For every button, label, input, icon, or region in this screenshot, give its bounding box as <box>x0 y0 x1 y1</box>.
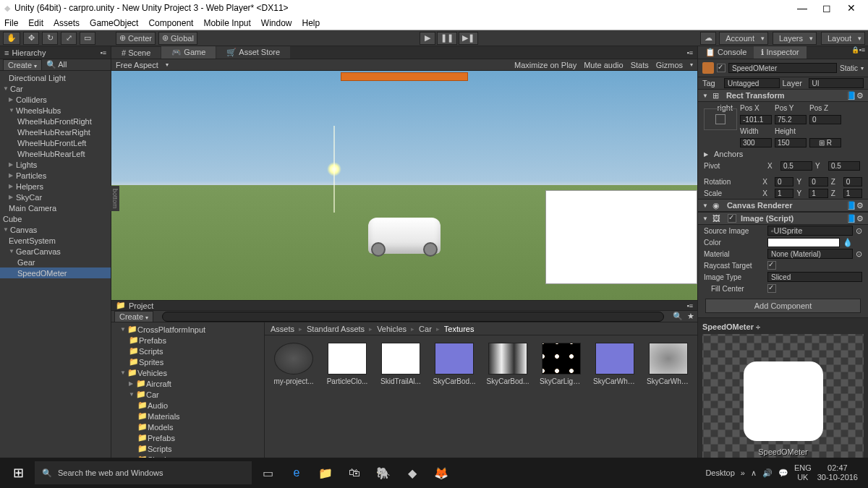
folder-item[interactable]: 📁 Audio <box>111 400 264 411</box>
layers-dropdown[interactable]: Layers <box>773 32 817 45</box>
folder-item[interactable]: 📁 Scripts <box>111 443 264 454</box>
hierarchy-item[interactable]: WheelHubFrontRight <box>0 116 111 127</box>
asset-item[interactable]: my-project... <box>272 343 315 385</box>
source-image-field[interactable]: ▫ UISprite <box>767 226 853 236</box>
maximize-button[interactable]: ◻ <box>814 2 839 14</box>
tray-overflow-icon[interactable]: » <box>741 468 745 477</box>
inspector-menu-icon[interactable]: 🔒▪≡ <box>848 46 868 59</box>
menu-window[interactable]: Window <box>261 18 292 28</box>
asset-item[interactable]: ParticleClo... <box>326 343 369 385</box>
maximize-on-play[interactable]: Maximize on Play <box>514 61 576 69</box>
menu-component[interactable]: Component <box>148 18 193 28</box>
hierarchy-tree[interactable]: Directional Light ▼Car ▶Colliders ▼Wheel… <box>0 71 111 472</box>
favorite-filter-icon[interactable]: ★ <box>687 312 694 321</box>
color-field[interactable] <box>767 238 840 247</box>
raycast-checkbox[interactable] <box>767 261 776 270</box>
component-menu-icon[interactable]: 📘⚙ <box>846 214 864 223</box>
hierarchy-search[interactable]: 🔍 All <box>46 60 108 69</box>
blueprint-button[interactable]: ⊞ R <box>809 138 841 147</box>
minimize-button[interactable]: — <box>790 2 814 14</box>
asset-item[interactable]: SkidTrailAl... <box>379 343 422 385</box>
pivot-y-field[interactable]: 0.5 <box>828 161 860 171</box>
hierarchy-item[interactable]: Cube <box>0 213 111 224</box>
layout-dropdown[interactable]: Layout <box>821 32 865 45</box>
pause-button[interactable]: ❚❚ <box>437 32 457 45</box>
volume-icon[interactable]: 🔊 <box>762 468 773 478</box>
taskbar-search[interactable]: 🔍 Search the web and Windows <box>35 461 252 484</box>
play-button[interactable]: ▶ <box>420 32 435 45</box>
hierarchy-item-selected[interactable]: SpeedOMeter <box>0 267 111 278</box>
evernote-icon[interactable]: 🐘 <box>370 461 396 484</box>
hierarchy-item[interactable]: WheelHubFrontLeft <box>0 137 111 148</box>
folder-item[interactable]: 📁 Models <box>111 421 264 432</box>
pivot-x-field[interactable]: 0.5 <box>780 161 812 171</box>
tag-dropdown[interactable]: Untagged <box>724 78 780 88</box>
pivot-mode-button[interactable]: ⊕Center <box>116 32 156 45</box>
hierarchy-item[interactable]: ▶Helpers <box>0 181 111 192</box>
folder-item[interactable]: 📁 Scripts <box>111 346 264 356</box>
hierarchy-item[interactable]: ▼Car <box>0 83 111 94</box>
hierarchy-item[interactable]: ▼WheelsHubs <box>0 105 111 116</box>
store-icon[interactable]: 🛍 <box>341 461 367 484</box>
folder-item[interactable]: ▼📁 Car <box>111 389 264 400</box>
tab-asset-store[interactable]: 🛒Asset Store <box>216 46 290 59</box>
image-header[interactable]: ▼🖼Image (Script)📘⚙ <box>698 212 868 225</box>
project-menu-icon[interactable]: ▪≡ <box>687 302 693 309</box>
folder-item[interactable]: ▼📁 Vehicles <box>111 367 264 378</box>
menu-help[interactable]: Help <box>302 18 320 28</box>
tab-scene[interactable]: #Scene <box>111 47 161 59</box>
asset-item[interactable]: SkyCarWhe... <box>593 343 637 385</box>
stats-button[interactable]: Stats <box>631 61 649 69</box>
folder-item[interactable]: 📁 Materials <box>111 411 264 421</box>
height-field[interactable]: 150 <box>775 138 807 147</box>
hierarchy-item[interactable]: Directional Light <box>0 72 111 83</box>
folder-item[interactable]: 📁 Prefabs <box>111 432 264 443</box>
posx-field[interactable]: -101.1 <box>740 115 772 124</box>
tab-game[interactable]: 🎮Game <box>161 46 216 59</box>
posy-field[interactable]: 75.2 <box>775 115 807 124</box>
rot-x[interactable]: 0 <box>775 177 793 187</box>
fill-center-checkbox[interactable] <box>767 284 776 293</box>
system-tray[interactable]: Desktop » ∧ 🔊 💬 ENGUK 02:4730-10-2016 <box>699 463 864 482</box>
static-label[interactable]: Static <box>840 64 858 72</box>
tab-inspector[interactable]: ℹ Inspector <box>754 46 806 59</box>
add-component-button[interactable]: Add Component <box>705 299 861 313</box>
folder-item[interactable]: ▼📁 CrossPlatformInput <box>111 324 264 335</box>
tab-console[interactable]: 📋 Console <box>698 46 754 59</box>
crumb[interactable]: Car <box>419 325 432 333</box>
game-view[interactable]: bottom <box>111 71 697 300</box>
hand-tool[interactable]: ✋ <box>3 32 20 45</box>
hierarchy-item[interactable]: EventSystem <box>0 235 111 246</box>
asset-item[interactable]: SkyCarBod... <box>433 343 476 385</box>
task-view-icon[interactable]: ▭ <box>255 461 281 484</box>
hierarchy-item[interactable]: Main Camera <box>0 202 111 213</box>
hierarchy-item[interactable]: ▶SkyCar <box>0 192 111 202</box>
folder-item[interactable]: 📁 Sprites <box>111 356 264 367</box>
hierarchy-item[interactable]: WheelHubRearLeft <box>0 148 111 159</box>
canvas-renderer-header[interactable]: ▼◉Canvas Renderer📘⚙ <box>698 199 868 212</box>
asset-item[interactable]: SkyCarWhe... <box>647 343 690 385</box>
image-enabled-checkbox[interactable] <box>728 214 736 223</box>
project-tab[interactable]: Project <box>129 301 153 310</box>
posz-field[interactable]: 0 <box>809 115 841 124</box>
pivot-rotation-button[interactable]: ⊛Global <box>158 32 197 45</box>
desktop-label[interactable]: Desktop <box>705 468 734 477</box>
tray-up-icon[interactable]: ∧ <box>751 468 757 478</box>
scale-z[interactable]: 1 <box>843 189 862 198</box>
asset-item[interactable]: SkyCarLigh... <box>540 343 583 385</box>
crumb[interactable]: Textures <box>444 325 475 333</box>
scale-x[interactable]: 1 <box>775 189 793 198</box>
move-tool[interactable]: ✥ <box>23 32 39 45</box>
hierarchy-tab[interactable]: Hierarchy <box>12 48 46 57</box>
layer-dropdown[interactable]: UI <box>809 78 864 88</box>
rect-tool[interactable]: ▭ <box>80 32 95 45</box>
hierarchy-item[interactable]: WheelHubRearRight <box>0 127 111 137</box>
width-field[interactable]: 300 <box>740 138 772 147</box>
unity-icon[interactable]: ◆ <box>399 461 425 484</box>
project-create-button[interactable]: Create ▾ <box>114 311 153 322</box>
hierarchy-menu-icon[interactable]: ▪≡ <box>101 49 106 56</box>
hierarchy-item[interactable]: ▼GearCanvas <box>0 246 111 257</box>
scale-y[interactable]: 1 <box>809 189 827 198</box>
search-filter-icon[interactable]: 🔍 <box>673 312 683 321</box>
hierarchy-item[interactable]: ▶Particles <box>0 170 111 181</box>
